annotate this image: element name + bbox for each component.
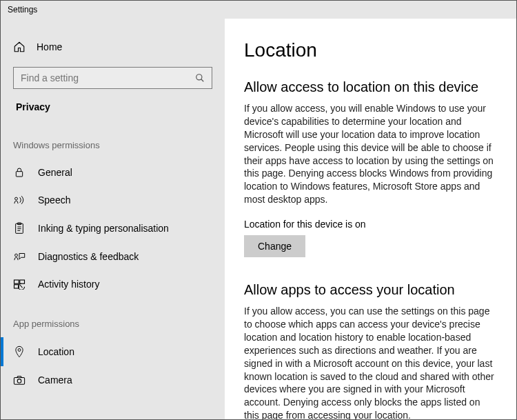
svg-point-3: [15, 197, 18, 200]
feedback-icon: [13, 251, 26, 262]
svg-rect-10: [14, 280, 19, 283]
sidebar-item-diagnostics[interactable]: Diagnostics & feedback: [1, 243, 225, 270]
content-area: Home Privacy Windows permissions General…: [1, 19, 516, 419]
location-icon: [13, 346, 26, 358]
change-button[interactable]: Change: [244, 235, 305, 257]
svg-point-9: [15, 254, 18, 257]
sidebar-item-label: Diagnostics & feedback: [38, 251, 139, 262]
page-title: Location: [244, 39, 497, 61]
sidebar-item-label: Camera: [38, 374, 72, 386]
home-label: Home: [37, 41, 62, 52]
sidebar-item-label: Activity history: [38, 279, 99, 290]
svg-point-15: [17, 379, 21, 383]
sidebar-item-general[interactable]: General: [1, 159, 225, 186]
svg-rect-11: [20, 280, 25, 283]
sidebar-item-inking[interactable]: Inking & typing personalisation: [1, 214, 225, 243]
sidebar-item-label: General: [38, 167, 72, 178]
svg-point-0: [196, 74, 202, 80]
apps-access-title: Allow apps to access your location: [244, 282, 497, 298]
camera-icon: [13, 375, 26, 385]
sidebar: Home Privacy Windows permissions General…: [1, 19, 225, 419]
device-access-title: Allow access to location on this device: [244, 79, 497, 95]
window-title: Settings: [8, 5, 37, 14]
home-icon: [13, 41, 26, 53]
lock-icon: [13, 167, 26, 178]
svg-rect-14: [14, 378, 24, 385]
search-icon: [195, 73, 205, 83]
main-panel: Location Allow access to location on thi…: [225, 19, 516, 419]
sidebar-item-label: Inking & typing personalisation: [38, 223, 169, 234]
activity-icon: [13, 279, 26, 290]
section-header-windows-permissions: Windows permissions: [1, 140, 225, 150]
apps-access-description: If you allow access, you can use the set…: [244, 305, 497, 419]
category-label: Privacy: [1, 101, 225, 112]
svg-rect-2: [16, 172, 22, 177]
sidebar-item-label: Location: [38, 346, 74, 357]
search-input-container[interactable]: [13, 67, 212, 89]
device-location-status: Location for this device is on: [244, 219, 497, 230]
sidebar-item-label: Speech: [38, 194, 70, 206]
speech-icon: [13, 194, 26, 206]
clipboard-icon: [13, 222, 26, 234]
sidebar-item-activity[interactable]: Activity history: [1, 270, 225, 298]
window-titlebar: Settings: [1, 1, 516, 19]
sidebar-item-camera[interactable]: Camera: [1, 366, 225, 394]
home-button[interactable]: Home: [1, 34, 225, 67]
search-input[interactable]: [21, 72, 195, 83]
svg-point-13: [18, 349, 21, 352]
sidebar-item-speech[interactable]: Speech: [1, 186, 225, 214]
device-access-description: If you allow access, you will enable Win…: [244, 102, 497, 206]
sidebar-item-location[interactable]: Location: [1, 337, 225, 366]
svg-line-1: [201, 79, 204, 82]
section-header-app-permissions: App permissions: [1, 319, 225, 329]
